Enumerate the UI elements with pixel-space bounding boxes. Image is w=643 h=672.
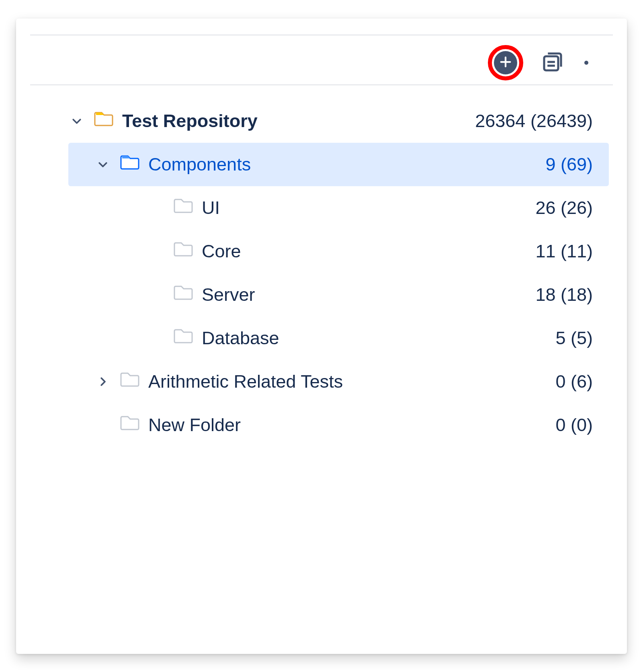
folder-grey-icon: [119, 414, 140, 436]
folder-tree: Test Repository 26364 (26439) Components…: [30, 85, 613, 447]
tree-item-count: 9 (69): [545, 154, 609, 175]
add-button-wrapper: [488, 45, 523, 80]
plus-icon: [499, 55, 512, 70]
toolbar: [30, 41, 613, 85]
tree-item-arithmetic[interactable]: Arithmetic Related Tests 0 (6): [68, 360, 609, 403]
document-stack-icon: [541, 51, 564, 75]
tree-item-database[interactable]: Database 5 (5): [68, 316, 609, 360]
more-menu-button[interactable]: [582, 51, 591, 74]
folder-grey-icon: [173, 284, 194, 306]
add-highlight-ring: [488, 45, 523, 80]
folder-grey-icon: [119, 370, 140, 393]
tree-item-count: 11 (11): [535, 240, 609, 262]
tree-item-label: Database: [202, 327, 279, 349]
tree-item-label: Server: [202, 284, 255, 306]
tree-item-core[interactable]: Core 11 (11): [68, 230, 609, 273]
tree-root-test-repository[interactable]: Test Repository 26364 (26439): [68, 99, 609, 143]
chevron-down-icon[interactable]: [68, 115, 85, 127]
top-divider: [30, 35, 613, 35]
folder-grey-icon: [173, 197, 194, 219]
tree-item-server[interactable]: Server 18 (18): [68, 273, 609, 316]
kebab-icon: [584, 61, 588, 65]
tree-root-count: 26364 (26439): [475, 110, 609, 132]
tree-item-label: Components: [148, 154, 251, 175]
folder-open-yellow-icon: [93, 110, 114, 132]
tree-item-count: 26 (26): [535, 197, 609, 219]
tree-item-label: Arithmetic Related Tests: [148, 371, 343, 393]
svg-rect-2: [544, 56, 558, 70]
add-button[interactable]: [494, 51, 517, 74]
folder-grey-icon: [173, 240, 194, 263]
tree-item-count: 0 (0): [555, 414, 609, 436]
tree-item-label: Core: [202, 240, 241, 262]
tree-root-label: Test Repository: [122, 110, 258, 132]
tree-item-count: 5 (5): [555, 327, 609, 349]
folder-open-blue-icon: [119, 153, 140, 176]
tree-item-count: 18 (18): [535, 284, 609, 306]
tree-item-components[interactable]: Components 9 (69): [68, 143, 609, 186]
tree-item-label: UI: [202, 197, 220, 219]
tree-item-label: New Folder: [148, 414, 241, 436]
chevron-down-icon[interactable]: [94, 158, 111, 171]
tree-item-ui[interactable]: UI 26 (26): [68, 186, 609, 230]
tree-item-new-folder[interactable]: New Folder 0 (0): [68, 403, 609, 447]
repository-panel: Test Repository 26364 (26439) Components…: [16, 18, 627, 654]
folder-grey-icon: [173, 327, 194, 349]
chevron-right-icon[interactable]: [94, 376, 111, 388]
view-button[interactable]: [541, 51, 564, 75]
tree-item-count: 0 (6): [555, 371, 609, 393]
